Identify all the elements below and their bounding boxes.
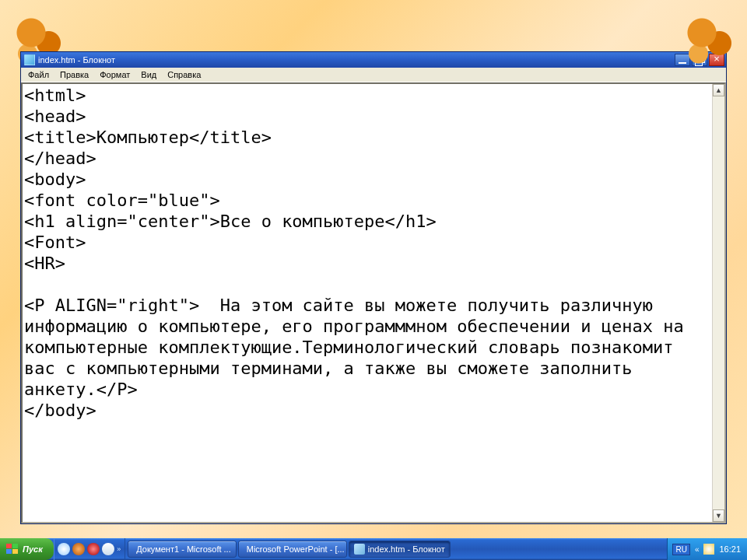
task-label: index.htm - Блокнот — [368, 544, 445, 554]
scroll-up-arrow-icon[interactable]: ▲ — [713, 84, 724, 96]
scroll-down-arrow-icon[interactable]: ▼ — [713, 509, 724, 522]
clock[interactable]: 16:21 — [719, 544, 741, 554]
menubar: Файл Правка Формат Вид Справка — [21, 68, 726, 82]
menu-help[interactable]: Справка — [162, 68, 206, 81]
menu-file[interactable]: Файл — [23, 68, 54, 81]
task-button-powerpoint[interactable]: Microsoft PowerPoint - [... — [238, 541, 347, 558]
task-button-word[interactable]: Документ1 - Microsoft ... — [128, 541, 237, 558]
titlebar[interactable]: index.htm - Блокнот — [21, 52, 726, 68]
tray-icon[interactable] — [703, 544, 714, 555]
system-tray: RU « 16:21 — [667, 538, 747, 560]
quick-launch: » — [54, 538, 125, 560]
task-button-notepad[interactable]: index.htm - Блокнот — [349, 541, 451, 558]
menu-format[interactable]: Формат — [94, 68, 135, 81]
notepad-window: index.htm - Блокнот Файл Правка Формат В… — [20, 51, 727, 524]
restore-button[interactable] — [692, 54, 707, 66]
close-button[interactable] — [709, 54, 724, 66]
windows-flag-icon — [6, 544, 19, 555]
tray-chevron-icon[interactable]: « — [695, 545, 700, 554]
task-label: Microsoft PowerPoint - [... — [247, 544, 345, 554]
vertical-scrollbar[interactable]: ▲ ▼ — [712, 84, 724, 522]
task-buttons: Документ1 - Microsoft ... Microsoft Powe… — [125, 538, 668, 560]
task-label: Документ1 - Microsoft ... — [136, 544, 231, 554]
desktop: index.htm - Блокнот Файл Правка Формат В… — [0, 0, 747, 560]
start-label: Пуск — [23, 544, 43, 554]
window-title: index.htm - Блокнот — [38, 55, 672, 65]
window-controls — [675, 54, 724, 66]
chevron-right-icon[interactable]: » — [117, 542, 121, 556]
taskbar: Пуск » Документ1 - Microsoft ... Microso… — [0, 538, 747, 560]
start-button[interactable]: Пуск — [0, 538, 54, 560]
scroll-track[interactable] — [713, 96, 724, 509]
notepad-icon — [354, 544, 365, 555]
minimize-button[interactable] — [675, 54, 690, 66]
menu-edit[interactable]: Правка — [54, 68, 94, 81]
client-area: <html> <head> <title>Компьютер</title> <… — [21, 82, 726, 523]
menu-view[interactable]: Вид — [135, 68, 162, 81]
quick-launch-icon[interactable] — [102, 543, 114, 555]
text-editor[interactable]: <html> <head> <title>Компьютер</title> <… — [23, 84, 712, 522]
notepad-icon — [24, 54, 35, 65]
language-indicator[interactable]: RU — [672, 544, 689, 555]
quick-launch-icon[interactable] — [72, 543, 85, 555]
quick-launch-icon[interactable] — [58, 543, 70, 555]
quick-launch-icon[interactable] — [87, 543, 100, 555]
